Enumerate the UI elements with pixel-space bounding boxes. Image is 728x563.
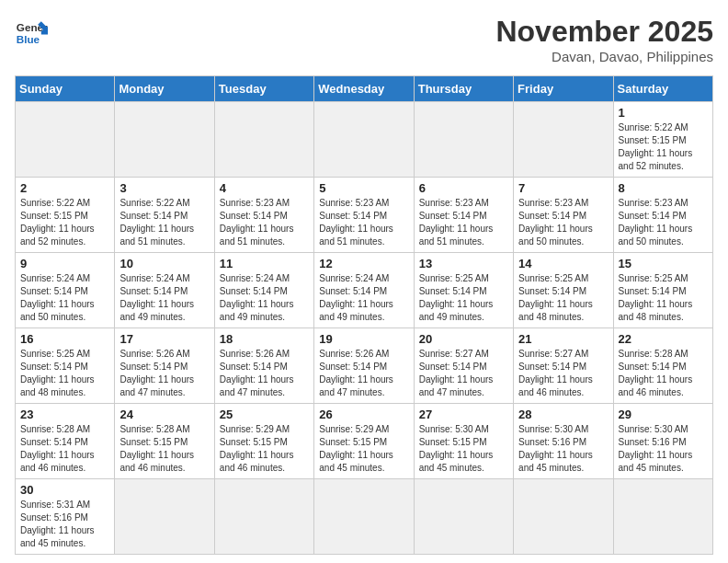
day-info: Sunrise: 5:29 AM Sunset: 5:15 PM Dayligh…	[220, 423, 309, 475]
weekday-header-saturday: Saturday	[613, 76, 712, 102]
calendar-week-row: 16Sunrise: 5:25 AM Sunset: 5:14 PM Dayli…	[16, 328, 713, 404]
day-number: 3	[119, 181, 209, 195]
day-number: 23	[20, 408, 109, 421]
header: General Blue November 2025 Davan, Davao,…	[15, 15, 713, 64]
day-number: 25	[220, 408, 309, 421]
day-info: Sunrise: 5:30 AM Sunset: 5:16 PM Dayligh…	[518, 423, 608, 475]
logo: General Blue	[15, 15, 48, 48]
calendar-day-cell: 24Sunrise: 5:28 AM Sunset: 5:15 PM Dayli…	[115, 404, 214, 479]
calendar-day-cell: 6Sunrise: 5:23 AM Sunset: 5:14 PM Daylig…	[414, 178, 513, 253]
day-info: Sunrise: 5:27 AM Sunset: 5:14 PM Dayligh…	[419, 348, 508, 399]
calendar-day-cell: 13Sunrise: 5:25 AM Sunset: 5:14 PM Dayli…	[414, 253, 513, 328]
calendar-week-row: 23Sunrise: 5:28 AM Sunset: 5:14 PM Dayli…	[16, 404, 713, 479]
day-number: 12	[319, 257, 408, 270]
weekday-header-friday: Friday	[514, 76, 613, 102]
svg-text:Blue: Blue	[17, 33, 40, 45]
calendar-day-cell: 19Sunrise: 5:26 AM Sunset: 5:14 PM Dayli…	[314, 328, 414, 404]
calendar-day-cell: 3Sunrise: 5:22 AM Sunset: 5:14 PM Daylig…	[115, 178, 214, 253]
day-number: 28	[518, 408, 608, 421]
calendar-empty-cell	[16, 102, 115, 178]
calendar-day-cell: 2Sunrise: 5:22 AM Sunset: 5:15 PM Daylig…	[16, 178, 115, 253]
calendar-empty-cell	[115, 479, 214, 555]
calendar-day-cell: 10Sunrise: 5:24 AM Sunset: 5:14 PM Dayli…	[115, 253, 214, 328]
day-number: 18	[220, 332, 309, 346]
calendar-day-cell: 18Sunrise: 5:26 AM Sunset: 5:14 PM Dayli…	[214, 328, 313, 404]
calendar-day-cell: 23Sunrise: 5:28 AM Sunset: 5:14 PM Dayli…	[16, 404, 115, 479]
day-number: 24	[119, 408, 209, 421]
day-info: Sunrise: 5:26 AM Sunset: 5:14 PM Dayligh…	[119, 348, 209, 399]
day-number: 16	[20, 332, 109, 346]
day-info: Sunrise: 5:25 AM Sunset: 5:14 PM Dayligh…	[619, 272, 708, 324]
day-info: Sunrise: 5:24 AM Sunset: 5:14 PM Dayligh…	[119, 272, 209, 324]
calendar-day-cell: 27Sunrise: 5:30 AM Sunset: 5:15 PM Dayli…	[414, 404, 513, 479]
calendar-day-cell: 11Sunrise: 5:24 AM Sunset: 5:14 PM Dayli…	[214, 253, 313, 328]
day-info: Sunrise: 5:23 AM Sunset: 5:14 PM Dayligh…	[319, 197, 408, 248]
day-info: Sunrise: 5:23 AM Sunset: 5:14 PM Dayligh…	[619, 197, 708, 248]
calendar-empty-cell	[613, 479, 712, 555]
day-number: 26	[319, 408, 408, 421]
calendar-empty-cell	[314, 479, 414, 555]
weekday-header-sunday: Sunday	[16, 76, 115, 102]
day-number: 5	[319, 181, 408, 195]
calendar-day-cell: 4Sunrise: 5:23 AM Sunset: 5:14 PM Daylig…	[214, 178, 313, 253]
day-number: 10	[119, 257, 209, 270]
day-number: 30	[20, 483, 109, 497]
calendar-table: SundayMondayTuesdayWednesdayThursdayFrid…	[15, 75, 713, 555]
location-subtitle: Davan, Davao, Philippines	[495, 49, 713, 64]
calendar-empty-cell	[214, 479, 313, 555]
day-info: Sunrise: 5:27 AM Sunset: 5:14 PM Dayligh…	[518, 348, 608, 399]
calendar-day-cell: 17Sunrise: 5:26 AM Sunset: 5:14 PM Dayli…	[115, 328, 214, 404]
day-number: 27	[419, 408, 508, 421]
day-number: 19	[319, 332, 408, 346]
calendar-empty-cell	[414, 479, 513, 555]
day-info: Sunrise: 5:25 AM Sunset: 5:14 PM Dayligh…	[518, 272, 608, 324]
day-info: Sunrise: 5:31 AM Sunset: 5:16 PM Dayligh…	[20, 499, 109, 550]
calendar-day-cell: 14Sunrise: 5:25 AM Sunset: 5:14 PM Dayli…	[514, 253, 613, 328]
weekday-header-monday: Monday	[115, 76, 214, 102]
calendar-day-cell: 8Sunrise: 5:23 AM Sunset: 5:14 PM Daylig…	[613, 178, 712, 253]
calendar-empty-cell	[214, 102, 313, 178]
day-info: Sunrise: 5:24 AM Sunset: 5:14 PM Dayligh…	[220, 272, 309, 324]
day-info: Sunrise: 5:26 AM Sunset: 5:14 PM Dayligh…	[220, 348, 309, 399]
day-number: 8	[619, 181, 708, 195]
calendar-empty-cell	[414, 102, 513, 178]
day-info: Sunrise: 5:29 AM Sunset: 5:15 PM Dayligh…	[319, 423, 408, 475]
day-number: 22	[619, 332, 708, 346]
day-number: 17	[119, 332, 209, 346]
day-info: Sunrise: 5:24 AM Sunset: 5:14 PM Dayligh…	[319, 272, 408, 324]
calendar-day-cell: 25Sunrise: 5:29 AM Sunset: 5:15 PM Dayli…	[214, 404, 313, 479]
calendar-day-cell: 29Sunrise: 5:30 AM Sunset: 5:16 PM Dayli…	[613, 404, 712, 479]
day-info: Sunrise: 5:25 AM Sunset: 5:14 PM Dayligh…	[20, 348, 109, 399]
day-number: 13	[419, 257, 508, 270]
day-number: 15	[619, 257, 708, 270]
weekday-header-thursday: Thursday	[414, 76, 513, 102]
day-info: Sunrise: 5:22 AM Sunset: 5:14 PM Dayligh…	[119, 197, 209, 248]
day-info: Sunrise: 5:23 AM Sunset: 5:14 PM Dayligh…	[518, 197, 608, 248]
calendar-day-cell: 7Sunrise: 5:23 AM Sunset: 5:14 PM Daylig…	[514, 178, 613, 253]
day-info: Sunrise: 5:30 AM Sunset: 5:16 PM Dayligh…	[619, 423, 708, 475]
day-info: Sunrise: 5:23 AM Sunset: 5:14 PM Dayligh…	[220, 197, 309, 248]
calendar-day-cell: 21Sunrise: 5:27 AM Sunset: 5:14 PM Dayli…	[514, 328, 613, 404]
calendar-week-row: 2Sunrise: 5:22 AM Sunset: 5:15 PM Daylig…	[16, 178, 713, 253]
day-info: Sunrise: 5:28 AM Sunset: 5:14 PM Dayligh…	[20, 423, 109, 475]
month-title: November 2025	[495, 15, 713, 49]
calendar-empty-cell	[514, 479, 613, 555]
calendar-day-cell: 1Sunrise: 5:22 AM Sunset: 5:15 PM Daylig…	[613, 102, 712, 178]
weekday-header-row: SundayMondayTuesdayWednesdayThursdayFrid…	[16, 76, 713, 102]
calendar-day-cell: 12Sunrise: 5:24 AM Sunset: 5:14 PM Dayli…	[314, 253, 414, 328]
day-number: 29	[619, 408, 708, 421]
weekday-header-wednesday: Wednesday	[314, 76, 414, 102]
day-number: 9	[20, 257, 109, 270]
calendar-day-cell: 5Sunrise: 5:23 AM Sunset: 5:14 PM Daylig…	[314, 178, 414, 253]
calendar-day-cell: 9Sunrise: 5:24 AM Sunset: 5:14 PM Daylig…	[16, 253, 115, 328]
day-info: Sunrise: 5:24 AM Sunset: 5:14 PM Dayligh…	[20, 272, 109, 324]
calendar-day-cell: 28Sunrise: 5:30 AM Sunset: 5:16 PM Dayli…	[514, 404, 613, 479]
day-number: 2	[20, 181, 109, 195]
day-number: 4	[220, 181, 309, 195]
day-info: Sunrise: 5:28 AM Sunset: 5:14 PM Dayligh…	[619, 348, 708, 399]
weekday-header-tuesday: Tuesday	[214, 76, 313, 102]
day-info: Sunrise: 5:26 AM Sunset: 5:14 PM Dayligh…	[319, 348, 408, 399]
day-number: 21	[518, 332, 608, 346]
calendar-week-row: 1Sunrise: 5:22 AM Sunset: 5:15 PM Daylig…	[16, 102, 713, 178]
day-number: 14	[518, 257, 608, 270]
